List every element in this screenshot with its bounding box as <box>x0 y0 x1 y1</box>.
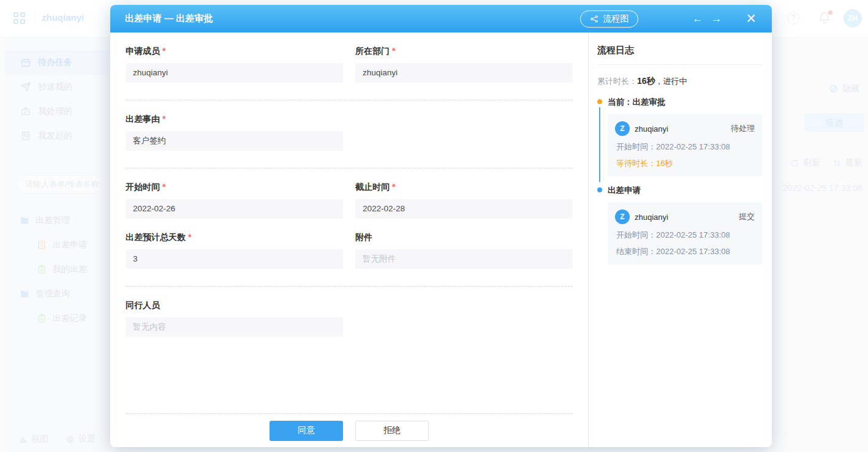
avatar: Z <box>615 121 630 136</box>
required-marker: * <box>162 114 165 124</box>
companions-placeholder: 暂无内容 <box>126 317 343 337</box>
attachment-placeholder: 暂无附件 <box>355 249 573 269</box>
log-line: 开始时间：2022-02-25 17:33:08 <box>615 141 755 153</box>
total-duration-value: 16秒 <box>637 76 655 86</box>
field-label: 同行人员 <box>126 300 343 311</box>
process-log-panel: 流程日志 累计时长：16秒，进行中 当前：出差审批 Z zhuqianyi 待处… <box>588 32 772 447</box>
required-marker: * <box>162 46 165 56</box>
field-label: 申请成员* <box>126 46 343 57</box>
log-user: zhuqianyi <box>635 124 731 134</box>
start-date-value: 2022-02-26 <box>126 199 343 219</box>
field-label: 所在部门* <box>355 46 573 57</box>
field-applicant: 申请成员* zhuqianyi <box>126 32 343 83</box>
dialog-title: 出差申请 — 出差审批 <box>125 13 580 24</box>
status-badge: 提交 <box>739 211 755 222</box>
process-log-title: 流程日志 <box>597 45 762 56</box>
total-days-value: 3 <box>126 249 343 269</box>
next-record-arrow[interactable]: → <box>711 13 722 25</box>
dialog-footer: 同意 拒绝 <box>126 413 573 447</box>
close-icon[interactable]: × <box>746 12 756 26</box>
dialog-body: 申请成员* zhuqianyi 所在部门* zhuqianyi 出差事由* 客户… <box>110 32 772 447</box>
field-label: 截止时间* <box>355 182 573 193</box>
process-status: ，进行中 <box>655 77 687 86</box>
log-entries: 当前：出差审批 Z zhuqianyi 待处理 开始时间：2022-02-25 … <box>597 97 762 265</box>
log-divider <box>597 64 762 65</box>
flowchart-icon <box>590 15 598 23</box>
log-card: Z zhuqianyi 待处理 开始时间：2022-02-25 17:33:08… <box>608 114 762 176</box>
log-entry-current: 当前：出差审批 Z zhuqianyi 待处理 开始时间：2022-02-25 … <box>597 97 762 176</box>
field-total-days: 出差预计总天数* 3 <box>126 219 343 269</box>
approval-dialog: 出差申请 — 出差审批 流程图 ← → × 申请成员* zhuqianyi 所在… <box>110 5 772 447</box>
total-duration-label: 累计时长： <box>597 77 637 86</box>
field-companions: 同行人员 暂无内容 <box>126 287 343 337</box>
field-department: 所在部门* zhuqianyi <box>355 32 573 83</box>
department-value: zhuqianyi <box>355 63 573 83</box>
log-entry-application: 出差申请 Z zhuqianyi 提交 开始时间：2022-02-25 17:3… <box>597 185 762 265</box>
current-step-bullet <box>597 99 602 104</box>
flowchart-button-label: 流程图 <box>603 13 628 24</box>
required-marker: * <box>392 46 395 56</box>
field-label: 附件 <box>355 232 573 243</box>
log-line: 开始时间：2022-02-25 17:33:08 <box>615 230 755 241</box>
field-start-date: 开始时间* 2022-02-26 <box>126 168 343 219</box>
log-entry-title: 当前：出差审批 <box>608 97 762 108</box>
log-line: 结束时间：2022-02-25 17:33:08 <box>615 246 755 257</box>
reject-button[interactable]: 拒绝 <box>355 421 429 441</box>
end-date-value: 2022-02-28 <box>355 199 573 219</box>
status-badge: 待处理 <box>731 123 755 134</box>
agree-button[interactable]: 同意 <box>270 421 343 441</box>
log-line-waiting: 等待时长：16秒 <box>615 158 755 169</box>
field-label: 出差预计总天数* <box>126 232 343 243</box>
avatar: Z <box>615 209 630 224</box>
field-end-date: 截止时间* 2022-02-28 <box>355 168 573 219</box>
field-trip-reason: 出差事由* 客户签约 <box>126 100 343 151</box>
log-summary: 累计时长：16秒，进行中 <box>597 76 762 87</box>
required-marker: * <box>188 232 191 242</box>
log-user: zhuqianyi <box>635 213 739 222</box>
applicant-value: zhuqianyi <box>126 63 343 83</box>
required-marker: * <box>162 182 165 192</box>
step-bullet <box>597 187 602 192</box>
field-label: 开始时间* <box>126 182 343 193</box>
log-card: Z zhuqianyi 提交 开始时间：2022-02-25 17:33:08 … <box>608 202 762 265</box>
trip-reason-value: 客户签约 <box>126 131 343 151</box>
required-marker: * <box>392 182 395 192</box>
field-attachment: 附件 暂无附件 <box>355 219 573 269</box>
log-entry-title: 出差申请 <box>608 185 762 196</box>
previous-record-arrow[interactable]: ← <box>692 13 703 25</box>
record-nav-arrows: ← → <box>692 13 722 25</box>
flowchart-button[interactable]: 流程图 <box>580 10 638 28</box>
approval-form: 申请成员* zhuqianyi 所在部门* zhuqianyi 出差事由* 客户… <box>110 32 588 447</box>
field-label: 出差事由* <box>126 114 343 125</box>
dialog-header: 出差申请 — 出差审批 流程图 ← → × <box>110 5 772 32</box>
